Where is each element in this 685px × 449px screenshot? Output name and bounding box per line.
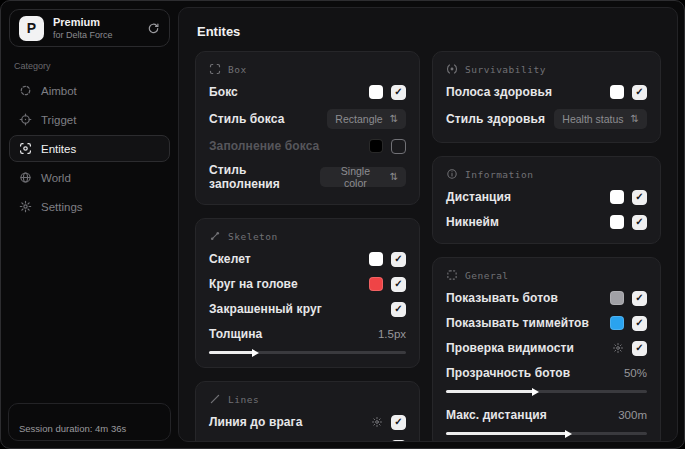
line-icon <box>209 393 221 405</box>
setting-label: Заполнение бокса <box>209 139 319 153</box>
setting-label: Стиль здоровья <box>446 112 545 126</box>
lines-card: Lines Линия до врага <box>195 381 420 442</box>
color-swatch[interactable] <box>610 215 624 229</box>
general-card: General Показывать ботов ✓ Показывать ти… <box>432 257 661 442</box>
slider-value: 1.5px <box>378 328 406 340</box>
aimbot-crosshair-icon <box>19 84 32 97</box>
checkbox[interactable]: ✓ <box>391 85 406 100</box>
survivability-card: Survivability Полоса здоровья ✓ Стиль зд… <box>432 51 661 143</box>
color-swatch[interactable] <box>610 190 624 204</box>
check-icon: ✓ <box>635 293 643 303</box>
sidebar-item-label: Settings <box>41 201 83 213</box>
box-style-select[interactable]: Rectangle ⇅ <box>327 109 406 129</box>
checkbox[interactable]: ✓ <box>391 415 406 430</box>
bot-opacity-slider[interactable] <box>446 390 647 393</box>
fill-style-select[interactable]: Single color ⇅ <box>320 167 406 187</box>
check-icon: ✓ <box>635 87 643 97</box>
health-style-select[interactable]: Health status ⇅ <box>554 109 647 129</box>
brand-card: P Premium for Delta Force <box>9 9 170 47</box>
thickness-slider[interactable] <box>209 351 406 354</box>
section-title: Box <box>228 64 247 75</box>
setting-row-distance: Дистанция ✓ <box>446 189 647 205</box>
line-settings-gear-icon[interactable] <box>371 416 383 428</box>
sidebar-item-aimbot[interactable]: Aimbot <box>9 77 170 104</box>
check-icon: ✓ <box>635 192 643 202</box>
refresh-icon[interactable] <box>147 22 160 35</box>
sidebar-item-label: World <box>41 172 71 184</box>
gear-icon <box>19 200 32 213</box>
color-swatch[interactable] <box>610 316 624 330</box>
setting-label: Скелет <box>209 252 251 266</box>
color-swatch[interactable] <box>610 291 624 305</box>
setting-row-enemy-line: Линия до врага ✓ <box>209 414 406 430</box>
setting-row-fill-style: Стиль заполнения Single color ⇅ <box>209 163 406 191</box>
setting-row-skeleton-enabled: Скелет ✓ <box>209 251 406 267</box>
setting-row-box-enabled: Бокс ✓ <box>209 84 406 100</box>
setting-row-box-style: Стиль бокса Rectangle ⇅ <box>209 109 406 129</box>
checkbox[interactable]: ✓ <box>632 291 647 306</box>
color-swatch[interactable] <box>610 85 624 99</box>
visibility-gear-icon[interactable] <box>612 342 624 354</box>
box-frame-icon <box>209 63 221 75</box>
sidebar-item-settings[interactable]: Settings <box>9 193 170 220</box>
checkbox[interactable]: ✓ <box>632 316 647 331</box>
setting-label: Показывать тиммейтов <box>446 316 589 330</box>
checkbox[interactable]: ✓ <box>632 85 647 100</box>
check-icon: ✓ <box>394 254 402 264</box>
sidebar-item-world[interactable]: World <box>9 164 170 191</box>
line-settings-gear-icon[interactable] <box>371 441 383 442</box>
setting-label: Толщина <box>209 327 262 341</box>
setting-label: Стиль бокса <box>209 112 284 126</box>
setting-row-filled-circle: Закрашенный круг ✓ <box>209 301 406 317</box>
bone-icon <box>209 230 221 242</box>
setting-row-max-distance: Макс. дистанция 300m <box>446 407 647 423</box>
setting-label: Закрашенный круг <box>209 302 322 316</box>
focus-circle-icon <box>446 63 458 75</box>
slider-thumb[interactable] <box>565 430 572 438</box>
section-title: General <box>465 270 509 281</box>
skeleton-card: Skeleton Скелет ✓ Круг на голове <box>195 218 420 368</box>
setting-label: Полоса здоровья <box>446 85 552 99</box>
checkbox[interactable]: ✓ <box>391 139 406 154</box>
slider-thumb[interactable] <box>532 388 539 396</box>
slider-thumb[interactable] <box>252 349 259 357</box>
category-label: Category <box>14 61 170 71</box>
max-distance-slider[interactable] <box>446 432 647 435</box>
selected-value: Health status <box>562 113 623 125</box>
setting-row-health-style: Стиль здоровья Health status ⇅ <box>446 109 647 129</box>
chevron-expand-icon: ⇅ <box>390 172 398 182</box>
setting-label: Никнейм <box>446 215 499 229</box>
checkbox[interactable]: ✓ <box>391 277 406 292</box>
color-swatch[interactable] <box>369 277 383 291</box>
info-icon <box>446 168 458 180</box>
setting-row-head-circle: Круг на голове ✓ <box>209 276 406 292</box>
color-swatch[interactable] <box>369 252 383 266</box>
color-swatch[interactable] <box>369 85 383 99</box>
setting-label: Линия взгляда <box>209 440 298 442</box>
sidebar-nav: Aimbot Trigget Entites <box>9 77 170 220</box>
slider-value: 300m <box>618 409 647 421</box>
trigger-crosshair-icon <box>19 113 32 126</box>
checkbox[interactable]: ✓ <box>632 190 647 205</box>
setting-label: Бокс <box>209 85 238 99</box>
setting-label: Прозрачность ботов <box>446 366 570 380</box>
check-icon: ✓ <box>635 343 643 353</box>
checkbox[interactable]: ✓ <box>391 302 406 317</box>
setting-label: Дистанция <box>446 190 511 204</box>
sidebar-item-label: Entites <box>41 143 76 155</box>
section-title: Information <box>465 169 533 180</box>
sidebar-item-trigget[interactable]: Trigget <box>9 106 170 133</box>
box-card: Box Бокс ✓ Стиль бокса <box>195 51 420 205</box>
setting-row-show-bots: Показывать ботов ✓ <box>446 290 647 306</box>
sidebar-item-label: Aimbot <box>41 85 77 97</box>
brand-title: Premium <box>53 16 138 29</box>
checkbox[interactable]: ✓ <box>391 252 406 267</box>
color-swatch[interactable] <box>369 139 383 153</box>
checkbox[interactable]: ✓ <box>632 341 647 356</box>
brand-logo: P <box>19 16 44 41</box>
setting-row-nickname: Никнейм ✓ <box>446 214 647 230</box>
sidebar-item-entites[interactable]: Entites <box>9 135 170 162</box>
checkbox[interactable]: ✓ <box>391 440 406 443</box>
checkbox[interactable]: ✓ <box>632 215 647 230</box>
check-icon: ✓ <box>394 87 402 97</box>
